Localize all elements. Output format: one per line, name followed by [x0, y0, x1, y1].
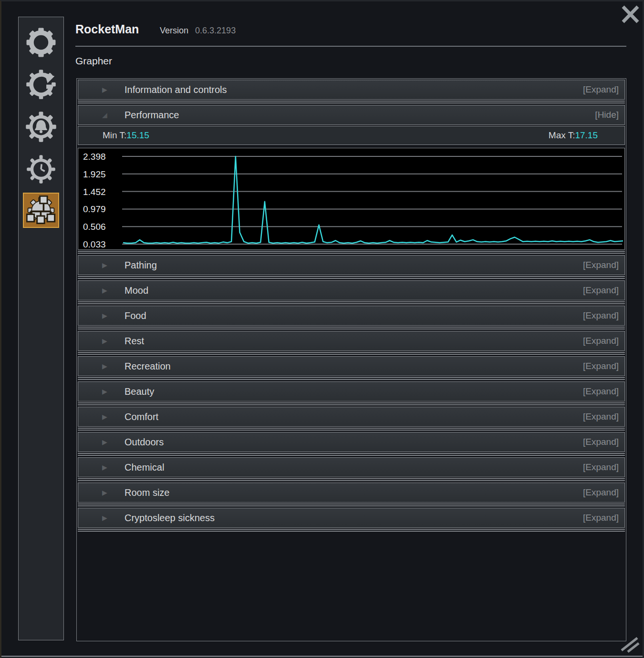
close-icon	[620, 5, 641, 25]
section-toggle-cryptosleep[interactable]: [Expand]	[583, 513, 619, 523]
section-label-performance: Performance	[125, 110, 179, 121]
svg-text:0.979: 0.979	[83, 204, 106, 214]
section-toggle-beauty[interactable]: [Expand]	[583, 386, 619, 397]
section-divider	[78, 251, 625, 254]
rocketman-settings-window: RocketMan Version 0.6.3.2193 Grapher ▶ I…	[0, 0, 644, 658]
version-number: 0.6.3.2193	[195, 26, 236, 35]
max-t-value: 17.15	[575, 130, 598, 140]
section-divider	[78, 101, 625, 103]
section-toggle-rest[interactable]: [Expand]	[583, 336, 619, 346]
section-header-beauty[interactable]: ▶ Beauty [Expand]	[78, 381, 625, 401]
section-header-food[interactable]: ▶ Food [Expand]	[78, 306, 625, 326]
section-header-cryptosleep[interactable]: ▶ Cryptosleep sickness [Expand]	[78, 508, 625, 528]
section-label-mood: Mood	[125, 285, 148, 296]
section-divider	[78, 327, 625, 329]
section-label-chemical: Chemical	[125, 462, 164, 473]
expand-arrow-icon: ▶	[102, 489, 107, 496]
section-toggle-recreation[interactable]: [Expand]	[583, 361, 619, 371]
section-divider	[78, 402, 625, 405]
sidebar-tab-refresh[interactable]	[22, 66, 60, 103]
section-header-room-size[interactable]: ▶ Room size [Expand]	[78, 483, 625, 503]
version-line: Version 0.6.3.2193	[160, 26, 236, 36]
section-header-information[interactable]: ▶ Information and controls [Expand]	[78, 80, 625, 100]
min-t: Min T:15.15	[103, 130, 149, 141]
sidebar-tab-time[interactable]	[22, 151, 60, 188]
expand-arrow-icon: ▶	[102, 262, 107, 268]
section-header-outdoors[interactable]: ▶ Outdoors [Expand]	[78, 432, 625, 452]
section-divider	[78, 504, 625, 506]
expand-arrow-icon: ▶	[102, 413, 107, 420]
section-label-comfort: Comfort	[125, 411, 158, 422]
expand-arrow-icon: ▶	[102, 312, 107, 319]
max-t: Max T:17.15	[549, 130, 598, 141]
section-label-cryptosleep: Cryptosleep sickness	[125, 513, 215, 524]
section-header-mood[interactable]: ▶ Mood [Expand]	[78, 280, 625, 300]
section-divider	[78, 352, 625, 355]
section-label-outdoors: Outdoors	[125, 437, 164, 448]
section-label-recreation: Recreation	[125, 361, 171, 372]
performance-graph: 2.3981.9251.4520.9790.5060.033	[78, 148, 625, 250]
window-bottom-border	[1, 656, 643, 657]
section-header-performance[interactable]: ◢ Performance [Hide]	[78, 105, 625, 125]
section-toggle-performance[interactable]: [Hide]	[595, 110, 619, 120]
section-toggle-mood[interactable]: [Expand]	[583, 285, 619, 296]
section-label-pathing: Pathing	[125, 260, 157, 271]
section-header-rest[interactable]: ▶ Rest [Expand]	[78, 331, 625, 351]
expand-arrow-icon: ▶	[102, 514, 107, 521]
section-toggle-outdoors[interactable]: [Expand]	[583, 437, 619, 447]
section-toggle-pathing[interactable]: [Expand]	[583, 260, 619, 270]
svg-text:2.398: 2.398	[83, 152, 106, 162]
min-t-label: Min T:	[103, 130, 126, 140]
section-toggle-chemical[interactable]: [Expand]	[583, 462, 619, 473]
svg-text:1.925: 1.925	[83, 169, 106, 179]
collapse-arrow-icon: ◢	[102, 112, 107, 118]
section-label-rest: Rest	[125, 336, 144, 347]
sidebar-tab-alerts[interactable]	[22, 108, 60, 145]
svg-text:0.033: 0.033	[83, 239, 106, 248]
performance-minmax-bar: Min T:15.15 Max T:17.15	[78, 126, 625, 145]
section-header-recreation[interactable]: ▶ Recreation [Expand]	[78, 356, 625, 376]
resize-grip-icon	[620, 636, 641, 655]
section-label-room-size: Room size	[125, 487, 169, 498]
section-toggle-information[interactable]: [Expand]	[583, 84, 619, 95]
expand-arrow-icon: ▶	[102, 464, 107, 471]
expand-arrow-icon: ▶	[102, 363, 107, 370]
performance-chart-canvas: 2.3981.9251.4520.9790.5060.033	[78, 148, 624, 248]
section-label-beauty: Beauty	[125, 386, 154, 397]
section-divider	[78, 478, 625, 481]
sections-container: ▶ Information and controls [Expand] ◢ Pe…	[76, 78, 626, 641]
resize-handle[interactable]	[620, 636, 641, 655]
expand-arrow-icon: ▶	[102, 338, 107, 344]
expand-arrow-icon: ▶	[102, 86, 107, 93]
min-t-value: 15.15	[126, 130, 149, 140]
alerts-bell-gear-icon	[25, 111, 57, 143]
settings-gear-icon	[25, 27, 57, 58]
close-button[interactable]	[620, 5, 641, 25]
section-toggle-comfort[interactable]: [Expand]	[583, 411, 619, 422]
version-label: Version	[160, 26, 188, 35]
section-header-pathing[interactable]: ▶ Pathing [Expand]	[78, 255, 625, 275]
section-header-comfort[interactable]: ▶ Comfort [Expand]	[78, 407, 625, 427]
refresh-gear-icon	[26, 69, 56, 100]
section-divider	[78, 377, 625, 380]
section-divider	[78, 276, 625, 279]
section-label-information: Information and controls	[125, 84, 227, 95]
section-toggle-food[interactable]: [Expand]	[583, 310, 619, 321]
section-toggle-room-size[interactable]: [Expand]	[583, 487, 619, 498]
title-divider	[75, 46, 626, 47]
section-divider	[78, 301, 625, 304]
svg-text:0.506: 0.506	[83, 222, 106, 232]
time-clock-gear-icon	[26, 154, 56, 184]
sidebar-tab-grapher[interactable]	[23, 193, 59, 228]
sidebar-tabs	[18, 17, 64, 640]
section-divider	[78, 428, 625, 431]
expand-arrow-icon: ▶	[102, 287, 107, 294]
app-title: RocketMan	[75, 22, 139, 36]
sidebar-tab-settings[interactable]	[22, 24, 60, 61]
expand-arrow-icon: ▶	[102, 439, 107, 445]
section-label-food: Food	[125, 310, 146, 321]
max-t-label: Max T:	[549, 130, 575, 140]
expand-arrow-icon: ▶	[102, 388, 107, 395]
section-header-chemical[interactable]: ▶ Chemical [Expand]	[78, 457, 625, 477]
svg-text:1.452: 1.452	[83, 187, 106, 197]
